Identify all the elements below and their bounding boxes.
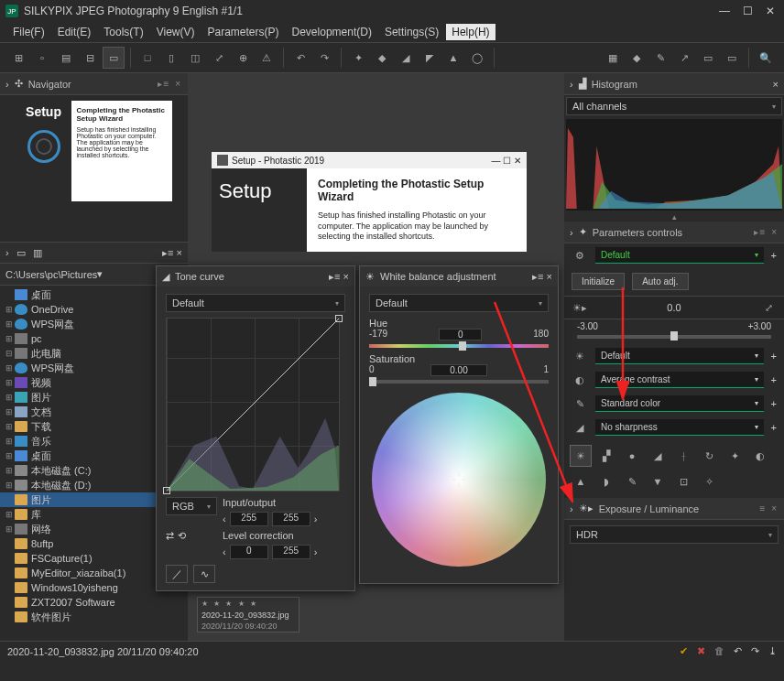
io-prev-icon[interactable]: ‹ <box>223 513 226 524</box>
expand-icon[interactable]: ⊞ <box>4 305 15 314</box>
hue-slider[interactable] <box>369 344 549 348</box>
output-value[interactable]: 255 <box>272 512 310 526</box>
thumbnail-strip[interactable]: ★ ★ ★ ★ ★ 2020-11-20_093832.jpg 2020/11/… <box>197 588 299 641</box>
expand-icon[interactable]: ⊞ <box>4 437 15 446</box>
status-check-icon[interactable]: ✔ <box>680 645 688 657</box>
menu-file[interactable]: File(F) <box>7 24 50 40</box>
panel-controls[interactable]: ▸≡ × <box>532 271 552 283</box>
stack-icon[interactable]: ▥ <box>33 247 42 259</box>
tool-fish-icon[interactable]: ◗ <box>595 470 617 492</box>
tb-a3[interactable]: ◢ <box>395 47 417 69</box>
tree-node[interactable]: 软件图片 <box>0 610 188 624</box>
tool-b2[interactable]: ▲ <box>570 470 592 492</box>
add-icon[interactable]: + <box>771 250 777 261</box>
tree-node[interactable]: ZXT2007 Software <box>0 595 188 610</box>
tool-triangle-icon[interactable]: ◢ <box>647 445 669 467</box>
navigator-header[interactable]: › ✣ Navigator ▸≡ × <box>0 73 188 95</box>
undo-icon[interactable]: ↶ <box>289 47 311 69</box>
panel-controls[interactable]: ≡ × <box>760 503 779 513</box>
menu-help[interactable]: Help(H) <box>446 24 495 40</box>
wb-preset-select[interactable]: Default <box>595 348 764 364</box>
tb-3[interactable]: ▤ <box>55 47 77 69</box>
tb-a2[interactable]: ◆ <box>371 47 393 69</box>
hue-value[interactable]: 0 <box>439 329 483 340</box>
expand-icon[interactable]: ⊞ <box>4 363 15 373</box>
exposure-reset-icon[interactable]: ⤢ <box>760 299 777 316</box>
expand-icon[interactable]: ⊞ <box>4 524 15 534</box>
color-wheel[interactable] <box>372 393 546 567</box>
add-icon[interactable]: + <box>771 398 777 409</box>
tb-a5[interactable]: ▲ <box>442 47 464 69</box>
menu-settings[interactable]: Settings(S) <box>379 24 444 40</box>
gear-icon[interactable]: ⚙ <box>572 247 588 264</box>
menu-edit[interactable]: Edit(E) <box>52 24 97 40</box>
tb-target-icon[interactable]: ⊕ <box>232 47 254 69</box>
panel-controls[interactable]: ▸≡ × <box>162 247 182 259</box>
tone-preset-select[interactable]: Default <box>166 294 345 312</box>
tool-ruler-icon[interactable]: ⟊ <box>672 445 694 467</box>
tool-gear-icon[interactable]: ✦ <box>724 445 746 467</box>
status-x-icon[interactable]: ✖ <box>697 645 705 657</box>
tool-b7[interactable]: ✧ <box>698 470 720 492</box>
contrast-select[interactable]: Average contrast <box>595 372 764 388</box>
menu-parameters[interactable]: Parameters(P) <box>202 24 285 40</box>
tool-sphere-icon[interactable]: ● <box>621 445 643 467</box>
panel-controls[interactable]: ▸≡ × <box>158 79 182 89</box>
add-icon[interactable]: + <box>771 422 777 433</box>
expand-icon[interactable]: ⊞ <box>4 510 15 519</box>
expand-icon[interactable]: ⊞ <box>4 481 15 490</box>
tb-2[interactable]: ▫ <box>31 47 53 69</box>
curve-handle-top[interactable] <box>335 315 343 322</box>
expand-icon[interactable]: ⊞ <box>4 466 15 475</box>
slider-thumb[interactable] <box>369 377 376 386</box>
tool-brush-icon[interactable]: ✎ <box>621 470 643 492</box>
tool-b5[interactable]: ▼ <box>647 470 669 492</box>
tb-a6[interactable]: ◯ <box>466 47 488 69</box>
tb-1[interactable]: ⊞ <box>7 47 29 69</box>
curve-handle-bottom[interactable] <box>163 487 170 494</box>
parameters-header[interactable]: › ✦ Parameters controls ▸≡ × <box>564 222 784 243</box>
sharpness-select[interactable]: No sharpness <box>595 419 764 436</box>
panel-controls[interactable]: ▸≡ × <box>754 227 779 237</box>
preset-select[interactable]: Default <box>595 247 764 264</box>
tb-4[interactable]: ⊟ <box>79 47 101 69</box>
lv-next-icon[interactable]: › <box>314 546 318 557</box>
color-crosshair[interactable] <box>452 473 465 486</box>
exposure-panel-header[interactable]: › ☀▸ Exposure / Luminance ≡ × <box>564 498 784 520</box>
tb-expand-icon[interactable]: ⤢ <box>208 47 230 69</box>
chevron-icon[interactable]: › <box>5 247 9 258</box>
swap-icon[interactable]: ⇄ <box>166 530 174 542</box>
tb-6[interactable]: □ <box>136 47 158 69</box>
curve-linear-icon[interactable]: ／ <box>166 565 188 583</box>
slider-thumb[interactable] <box>670 331 678 340</box>
panel-controls[interactable]: ▸≡ × <box>329 271 349 283</box>
expand-icon[interactable]: ⊞ <box>4 378 15 387</box>
tool-curve-icon[interactable]: ▞ <box>595 445 617 467</box>
expand-icon[interactable]: ⊞ <box>4 451 15 460</box>
thumbnail[interactable]: ★ ★ ★ ★ ★ 2020-11-20_093832.jpg 2020/11/… <box>197 597 299 632</box>
add-icon[interactable]: + <box>771 374 777 385</box>
menu-development[interactable]: Development(D) <box>287 24 377 40</box>
tb-r2[interactable]: ◆ <box>626 47 648 69</box>
sat-slider[interactable] <box>369 380 549 384</box>
expand-icon[interactable]: ⊟ <box>4 349 15 358</box>
add-icon[interactable]: + <box>771 351 777 362</box>
tool-b1[interactable]: ◐ <box>749 445 771 467</box>
white-balance-panel[interactable]: ☀White balance adjustment▸≡ × Default Hu… <box>359 265 559 584</box>
histogram-header[interactable]: › ▟ Histogram × <box>564 73 784 95</box>
menu-view[interactable]: View(V) <box>151 24 201 40</box>
sat-value[interactable]: 0.00 <box>430 364 486 376</box>
io-next-icon[interactable]: › <box>314 513 318 524</box>
expand-icon[interactable]: ⊞ <box>4 407 15 416</box>
rating-stars[interactable]: ★ ★ ★ ★ ★ <box>198 598 299 610</box>
status-rotate-right-icon[interactable]: ↷ <box>751 645 759 657</box>
slider-thumb[interactable] <box>459 341 466 351</box>
curve-spline-icon[interactable]: ∿ <box>193 565 215 583</box>
tb-r6[interactable]: ▭ <box>721 47 743 69</box>
tool-sun-icon[interactable]: ☀ <box>570 445 592 467</box>
hdr-select[interactable]: HDR <box>570 525 779 544</box>
navigator-preview[interactable]: Setup Completing the Photastic Setup Wiz… <box>16 101 172 201</box>
tb-5[interactable]: ▭ <box>103 47 125 69</box>
expand-icon[interactable]: ⊞ <box>4 334 15 343</box>
expand-icon[interactable]: ⊞ <box>4 393 15 402</box>
